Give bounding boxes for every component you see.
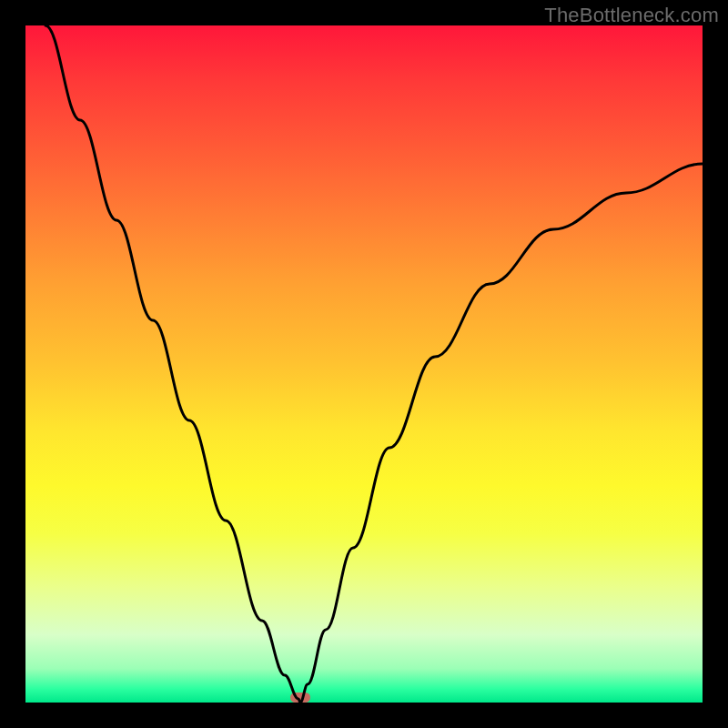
bottleneck-curve — [25, 25, 703, 703]
plot-area — [25, 25, 703, 703]
chart-frame: TheBottleneck.com — [0, 0, 728, 728]
watermark-text: TheBottleneck.com — [544, 4, 719, 27]
